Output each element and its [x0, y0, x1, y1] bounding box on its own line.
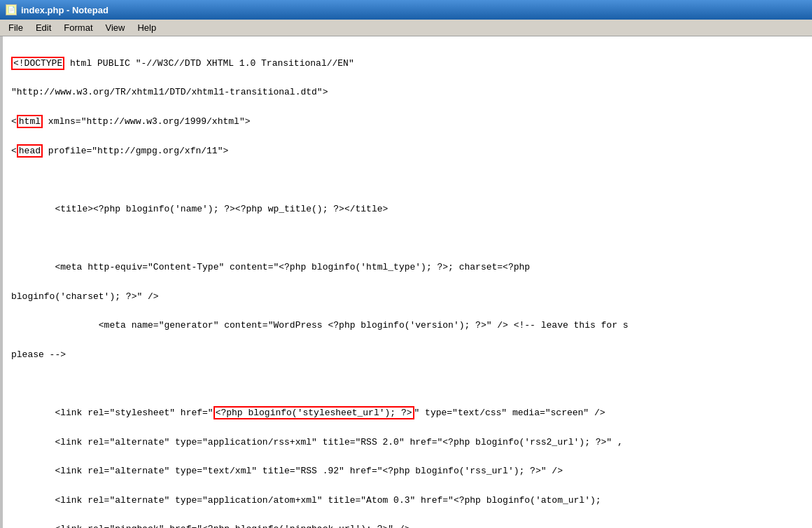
menu-view[interactable]: View — [100, 21, 131, 34]
code-line-14: <link rel="alternate" type="application/… — [11, 436, 804, 450]
menu-format[interactable]: Format — [58, 21, 98, 34]
code-line-5 — [11, 173, 804, 188]
code-line-7 — [11, 231, 804, 246]
menu-bar: File Edit Format View Help — [0, 20, 812, 36]
code-line-9: bloginfo('charset'); ?>" /> — [11, 290, 804, 305]
code-line-11: please --> — [11, 348, 804, 363]
code-line-16: <link rel="alternate" type="application/… — [11, 494, 804, 508]
code-line-2: "http://www.w3.org/TR/xhtml1/DTD/xhtml1-… — [11, 85, 804, 100]
code-line-1: <!DOCTYPE html PUBLIC "-//W3C//DTD XHTML… — [11, 57, 804, 71]
code-line-17: <link rel="pingback" href="<?php bloginf… — [11, 522, 804, 528]
window-title: index.php - Notepad — [21, 5, 108, 15]
code-line-13: <link rel="stylesheet" href="<?php blogi… — [11, 406, 804, 421]
code-editor[interactable]: <!DOCTYPE html PUBLIC "-//W3C//DTD XHTML… — [0, 36, 812, 528]
stylesheet-url-highlight: <?php bloginfo('stylesheet_url'); ?> — [214, 406, 414, 419]
html-tag-highlight: html — [17, 115, 43, 128]
menu-edit[interactable]: Edit — [30, 21, 57, 34]
code-line-4: <head profile="http://gmpg.org/xfn/11"> — [11, 144, 804, 159]
code-line-10: <meta name="generator" content="WordPres… — [11, 319, 804, 333]
code-line-8: <meta http-equiv="Content-Type" content=… — [11, 260, 804, 275]
menu-help[interactable]: Help — [132, 21, 162, 34]
head-tag-highlight: head — [17, 144, 43, 158]
code-line-15: <link rel="alternate" type="text/xml" ti… — [11, 464, 804, 479]
code-line-12 — [11, 377, 804, 391]
doctype-highlight: <!DOCTYPE — [11, 57, 64, 70]
menu-file[interactable]: File — [3, 21, 29, 34]
app-icon: 📄 — [6, 4, 17, 15]
title-bar: 📄 index.php - Notepad — [0, 0, 812, 20]
code-line-3: <html xmlns="http://www.w3.org/1999/xhtm… — [11, 115, 804, 130]
code-line-6: <title><?php bloginfo('name'); ?><?php w… — [11, 202, 804, 217]
